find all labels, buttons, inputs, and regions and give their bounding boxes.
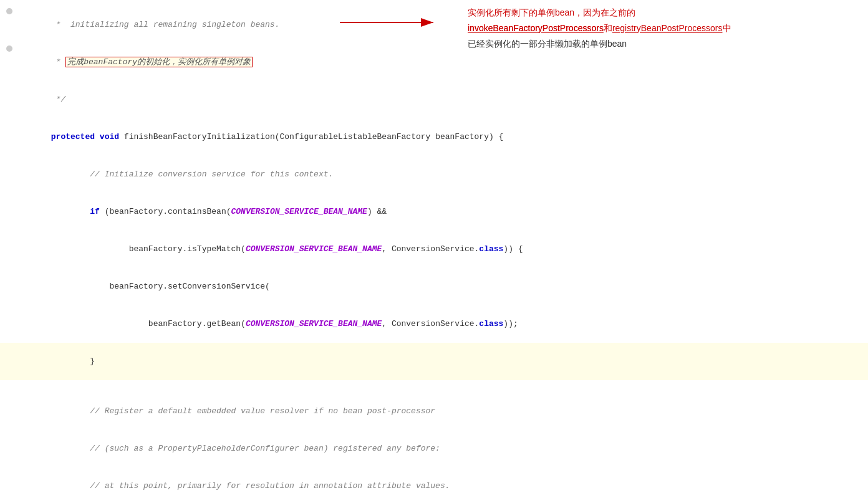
code-line-comment: // (such as a PropertyPlaceholderConfigu… [0, 430, 868, 467]
code-line-annotated: * 完成beanFactory的初始化，实例化所有单例对象 [0, 44, 868, 81]
code-line-brace: } [0, 343, 868, 380]
code-viewer: 实例化所有剩下的单例bean，因为在之前的 invokeBeanFactoryP… [0, 0, 868, 503]
annotated-text-box: 完成beanFactory的初始化，实例化所有单例对象 [65, 57, 253, 67]
code-line-comment: // Register a default embedded value res… [0, 393, 868, 430]
code-line-comment: // Initialize conversion service for thi… [0, 156, 868, 193]
code-line-method: protected void finishBeanFactoryInitiali… [0, 118, 868, 156]
code-line: beanFactory.setConversionService( [0, 268, 868, 305]
gutter-indicator [6, 8, 12, 14]
code-line: beanFactory.getBean(CONVERSION_SERVICE_B… [0, 305, 868, 343]
code-line: */ [0, 81, 868, 118]
code-line-blank [0, 380, 868, 393]
gutter-indicator [6, 46, 12, 52]
code-line: * initializing all remaining singleton b… [0, 6, 868, 44]
code-line: if (beanFactory.containsBean(CONVERSION_… [0, 193, 868, 231]
code-line-comment: // at this point, primarily for resoluti… [0, 467, 868, 503]
code-line: beanFactory.isTypeMatch(CONVERSION_SERVI… [0, 231, 868, 268]
